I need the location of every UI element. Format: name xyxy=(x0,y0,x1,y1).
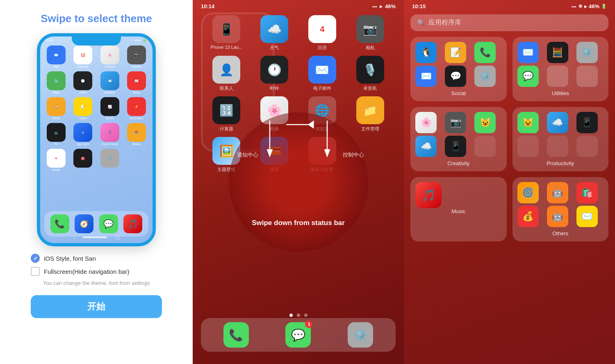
others-apps: 🌀 🤖 🛍️ 💰 🤖 ✉️ xyxy=(517,182,604,227)
app-label: Weather xyxy=(105,91,115,94)
social-label: Social xyxy=(415,90,502,96)
list-item: ☁️Weather xyxy=(98,71,122,94)
camera-icon: 📷 xyxy=(127,46,146,64)
notes-icon: 📝 xyxy=(73,97,92,116)
app-label: TV xyxy=(54,143,58,146)
phone-status-icons: ▪▪▪ ▸ 🔋 xyxy=(134,38,147,42)
folders-grid: 🐧 📝 📞 ✉️ 💬 ⚙️ Social ✉️ 🧮 ⚙️ 💬 xyxy=(410,34,608,174)
dock-phone[interactable]: 📞 xyxy=(223,322,249,348)
list-item: 🌸Photos xyxy=(98,46,122,68)
list-item: ⚡Reminders xyxy=(125,97,149,120)
tv-icon: 📺 xyxy=(47,123,66,142)
settings-icon: ⚙️ xyxy=(100,149,119,168)
right-status-bar: 10:15 ▪▪▪ ✳ ▸ 46% 🔋 xyxy=(410,0,608,11)
social-folder[interactable]: 🐧 📝 📞 ✉️ 💬 ⚙️ Social xyxy=(410,37,507,101)
phone-screen2-app-icon: 📱 xyxy=(576,112,598,133)
phone-screen: 9:41 ▪▪▪ ▸ 🔋 ✉️Mail 12Calendar 🌸Photos 📷… xyxy=(40,36,153,243)
creativity-apps: 🌸 📷 😺 ☁️ 📱 xyxy=(415,112,502,157)
app-label: iTunes Store xyxy=(102,143,118,146)
right-content: 10:15 ▪▪▪ ✳ ▸ 46% 🔋 🔍 应用程序库 🐧 📝 📞 xyxy=(404,0,615,364)
list-item: 📚iBooks xyxy=(125,123,149,146)
right-time: 10:15 xyxy=(412,3,426,9)
prod-placeholder3 xyxy=(576,136,598,157)
left-title: Swipe to select theme xyxy=(41,12,152,25)
phone-apps-grid: ✉️Mail 12Calendar 🌸Photos 📷Camera 🗺️Maps… xyxy=(40,42,153,175)
miao-app-icon: 😺 xyxy=(474,112,496,133)
app-label: Home xyxy=(52,117,60,120)
mi-app-icon: 🤖 xyxy=(547,182,568,203)
phone-notch xyxy=(72,36,121,46)
pagination-dots xyxy=(289,314,308,317)
dock-music-icon: 🎵 xyxy=(123,214,142,233)
placeholder1 xyxy=(547,66,568,87)
prod-placeholder2 xyxy=(547,136,568,157)
utilities-folder[interactable]: ✉️ 🧮 ⚙️ 💬 Utilities xyxy=(512,37,609,101)
others-folder[interactable]: 🌀 🤖 🛍️ 💰 🤖 ✉️ Others xyxy=(512,177,609,241)
weather-icon: ☁️ xyxy=(100,71,119,90)
fullscreen-option[interactable]: Fullscreen(Hide navigation bar) xyxy=(31,267,162,276)
search-bar[interactable]: 🔍 应用程序库 xyxy=(410,14,608,31)
middle-content: 10:14 ▪▪▪ ▸ 46% 📱 Phone 13 Lau... ☁️ 天气 … xyxy=(193,0,404,364)
list-item: ♥Health xyxy=(44,149,68,171)
settings2-app-icon: ⚙️ xyxy=(576,42,598,63)
app-label: Photos xyxy=(105,65,114,68)
fullscreen-checkbox[interactable] xyxy=(31,267,40,276)
phone-mockup: 9:41 ▪▪▪ ▸ 🔋 ✉️Mail 12Calendar 🌸Photos 📷… xyxy=(37,33,156,246)
list-item: 📈Stocks xyxy=(98,97,122,120)
search-icon: 🔍 xyxy=(417,19,425,27)
music-app-icon: 🎵 xyxy=(415,182,442,208)
music-label: Music xyxy=(415,208,502,214)
weather2-app-icon: ☁️ xyxy=(547,112,568,133)
list-item: ⚙️ xyxy=(98,149,122,171)
phone-home-indicator: ⁝ ◁ xyxy=(74,234,119,241)
ios-style-checkbox[interactable] xyxy=(31,254,40,263)
wallet-icon: 👛 xyxy=(73,149,92,168)
smqian-app-icon: 💰 xyxy=(517,206,539,227)
mail2-app-icon: ✉️ xyxy=(517,42,539,63)
left-panel: Swipe to select theme 9:41 ▪▪▪ ▸ 🔋 ✉️Mai… xyxy=(0,0,193,364)
list-item: 12Calendar xyxy=(71,46,95,68)
navi-app-icon: 🌀 xyxy=(517,182,539,203)
app-label: Calendar xyxy=(77,65,89,68)
health-icon: ♥ xyxy=(47,149,66,168)
photos-icon: 🌸 xyxy=(100,46,119,64)
ios-style-option[interactable]: iOS Style, font San xyxy=(31,254,162,263)
music-folder[interactable]: 🎵 Music xyxy=(410,177,507,241)
dot-2 xyxy=(297,314,300,317)
utilities-apps: ✉️ 🧮 ⚙️ 💬 xyxy=(517,42,604,87)
pages-app-icon: 📝 xyxy=(445,42,466,63)
utilities-label: Utilities xyxy=(517,90,604,96)
list-item: 📰News xyxy=(125,71,149,94)
ios-style-label: iOS Style, font San xyxy=(44,255,96,262)
mail-yellow-app-icon: ✉️ xyxy=(576,206,598,227)
dock-messages[interactable]: 💬 3 xyxy=(285,322,311,348)
reminders-icon: ⚡ xyxy=(127,97,146,116)
fullscreen-label: Fullscreen(Hide navigation bar) xyxy=(44,268,129,275)
battery-graphic-icon: 🔋 xyxy=(601,4,607,9)
qq-app-icon: 🐧 xyxy=(415,42,437,63)
mail-icon: ✉️ xyxy=(47,46,66,64)
app-label: Health xyxy=(52,168,60,171)
app-label: Notes xyxy=(79,117,87,120)
phone-time: 9:41 xyxy=(46,38,53,42)
messages-badge: 3 xyxy=(305,321,312,328)
right-status-icons: ▪▪▪ ✳ ▸ 46% 🔋 xyxy=(572,3,607,9)
creativity-folder[interactable]: 🌸 📷 😺 ☁️ 📱 Creativity xyxy=(410,107,507,171)
mail-app-icon: ✉️ xyxy=(415,66,437,87)
signal-bars-icon: ▪▪▪ xyxy=(572,4,576,9)
options-area: iOS Style, font San Fullscreen(Hide navi… xyxy=(31,254,162,286)
productivity-apps: 😺 ☁️ 📱 xyxy=(517,112,604,157)
miao2-app-icon: 😺 xyxy=(517,112,539,133)
start-button[interactable]: 开始 xyxy=(31,295,162,318)
app-label: Clock xyxy=(79,91,87,94)
list-item: 🎵iTunes Store xyxy=(98,123,122,146)
stocks-icon: 📈 xyxy=(100,97,119,116)
dock-settings[interactable]: ⚙️ xyxy=(348,322,373,348)
swipe-overlay: Swipe down from status bar xyxy=(193,0,404,364)
creativity-label: Creativity xyxy=(415,160,502,166)
camera-app-icon: 📷 xyxy=(445,112,466,133)
bluetooth-icon: ✳ xyxy=(578,3,583,9)
productivity-folder[interactable]: 😺 ☁️ 📱 Productivity xyxy=(512,107,609,171)
others-label: Others xyxy=(517,230,604,237)
list-item: 👛 xyxy=(71,149,95,171)
